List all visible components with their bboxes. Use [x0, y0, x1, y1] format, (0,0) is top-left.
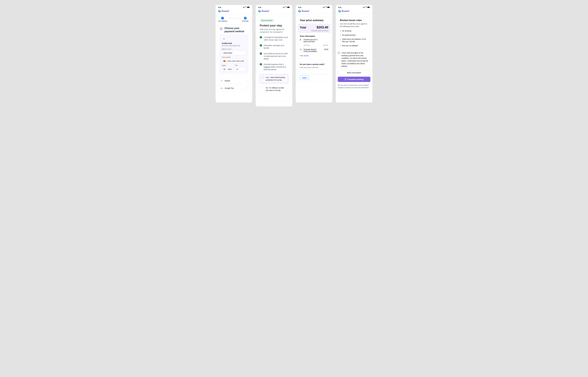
radio-icon — [246, 87, 248, 89]
cellular-icon — [283, 7, 285, 8]
rules-heading: Review house rules — [340, 19, 368, 22]
check-icon: ✓ — [260, 36, 262, 38]
tax-row: 13% Tax $14.04 — [300, 44, 328, 46]
complete-booking-button[interactable]: Complete booking — [338, 77, 370, 82]
svg-rect-2 — [223, 38, 225, 39]
total-amount: $203.40 — [317, 25, 328, 29]
coverage-item: ✓ Up to $150 per person for hotel or mea… — [260, 52, 288, 60]
status-time: 9:41 — [218, 6, 221, 8]
lock-icon — [345, 78, 346, 81]
total-label: Total — [300, 26, 306, 29]
screen-protect: 9:41 🌍 RoamZ Recommended Protect your st… — [256, 5, 292, 106]
expiry-month: 06 — [223, 68, 225, 70]
check-icon: ✓ — [260, 63, 262, 65]
app-header: 🌍 RoamZ — [336, 10, 372, 14]
expiry-input[interactable]: 06 / 2024 — [222, 67, 233, 71]
gpay-icon: GPay — [220, 87, 223, 89]
step-number-icon: 2 — [244, 17, 247, 20]
screen-price: 9:41 🌍 RoamZ Your price summary Total $2… — [296, 5, 332, 103]
rules-list: No smoking No parties/events Quiet hours… — [340, 30, 368, 47]
payment-method-card: Choose your payment method Credit Card E… — [218, 24, 250, 76]
cardnum-label: Card number — [222, 56, 246, 58]
status-icons — [243, 6, 250, 8]
rules-sub: Your host would like you to agree to the… — [340, 23, 368, 28]
rule-item: Pets are not allowed — [342, 45, 368, 47]
includes-text: Includes $14.04 in taxes and fees — [303, 39, 321, 43]
status-icons — [283, 6, 290, 8]
name-value: Olivia Rhye — [223, 52, 232, 54]
status-icons — [363, 6, 370, 8]
payment-heading: Choose your payment method — [225, 26, 248, 33]
check-icon: ✓ — [260, 44, 262, 47]
coverage-item: ✓ Coverage for interruptions up to 100% … — [260, 36, 288, 41]
info-icon: ⓘ — [300, 48, 302, 51]
tax-label: 13% Tax — [303, 44, 310, 46]
cellular-icon — [243, 7, 245, 8]
gpay-label: Google Pay — [225, 87, 234, 89]
house-rules-card: Review house rules Your host would like … — [338, 17, 370, 49]
name-label: Name on card — [222, 48, 246, 50]
check-icon: ✓ — [260, 52, 262, 55]
edit-reservation-button[interactable]: Edit reservation — [338, 70, 370, 75]
agree-checkbox[interactable]: ✓ — [338, 52, 340, 54]
checkbox-icon — [262, 87, 264, 89]
cc-title: Credit Card — [222, 42, 246, 44]
rule-item: No smoking — [342, 30, 368, 32]
step-final[interactable]: 2 Final step — [240, 17, 250, 22]
expiry-separator: / — [226, 68, 227, 70]
recommended-badge: Recommended — [260, 19, 274, 22]
mastercard-icon — [223, 60, 226, 62]
cvv-input[interactable]: ••• — [235, 67, 246, 71]
wifi-icon — [365, 6, 367, 8]
credit-card-panel: Credit Card Enter your card details here… — [220, 35, 248, 74]
status-time: 9:41 — [258, 6, 261, 8]
promo-card: Do you have a promo code? Enter your pro… — [298, 61, 330, 82]
status-time: 9:41 — [338, 6, 341, 8]
protect-option-no[interactable]: No, I'm willing to accept the risks for … — [260, 85, 288, 94]
option-text: No, I'm willing to accept the risks for … — [266, 86, 286, 92]
rule-item: No parties/events — [342, 34, 368, 36]
pay-option-gpay[interactable]: GPay Google Pay — [218, 85, 250, 91]
agree-row[interactable]: ✓ I have read and agree to the booking's… — [338, 51, 370, 70]
protect-option-yes[interactable]: Yes, I want hotel booking protection for… — [260, 74, 288, 83]
security-footnote: We use secure transmission and encrypted… — [338, 84, 370, 89]
price-summary-card: Your price summary Total $203.40 Include… — [298, 17, 330, 59]
cellular-icon — [363, 7, 365, 8]
battery-icon — [327, 7, 330, 8]
screen-payment: 9:41 🌍 RoamZ ✓ Your selection 2 Final st… — [216, 5, 252, 103]
wifi-icon — [285, 6, 287, 8]
total-note: Includes taxes and fees — [300, 30, 328, 32]
pay-option-paypal[interactable]: P Paypal — [218, 78, 250, 84]
status-bar: 9:41 — [256, 5, 292, 10]
protect-sub: Help cover your stay against the unexpec… — [260, 28, 288, 33]
option-text: Yes, I want hotel booking protection for… — [266, 76, 286, 81]
status-bar: 9:41 — [216, 5, 252, 10]
step-label: Final step — [242, 20, 249, 22]
apply-button[interactable]: Apply — [300, 76, 309, 80]
cardnum-input[interactable]: 1234 1234 1234 1234 — [222, 59, 246, 63]
logo-icon: 🌍 — [218, 10, 221, 12]
deposit-label: Damage deposit (Fully refundable) — [303, 48, 320, 52]
expiry-year: 2024 — [228, 68, 232, 70]
credit-card-icon — [222, 37, 226, 41]
hide-details-link[interactable]: Hide details — [300, 55, 309, 57]
promo-input[interactable] — [300, 69, 328, 74]
wifi-icon — [245, 6, 247, 8]
status-icons — [323, 6, 330, 8]
screen-rules: 9:41 🌍 RoamZ Review house rules Your hos… — [336, 5, 372, 103]
radio-icon — [246, 80, 248, 82]
step-label: Your selection — [218, 20, 227, 22]
battery-icon — [367, 7, 370, 8]
promo-label: Enter your promo code here — [300, 67, 328, 68]
name-input[interactable]: Olivia Rhye — [222, 51, 246, 55]
checkbox-icon — [262, 76, 264, 79]
status-time: 9:41 — [298, 6, 301, 8]
paypal-label: Paypal — [225, 80, 230, 82]
coverage-list: ✓ Coverage for interruptions up to 100% … — [260, 36, 288, 71]
step-your-selection[interactable]: ✓ Your selection — [218, 17, 227, 22]
includes-row: $ Includes $14.04 in taxes and fees — [300, 39, 328, 43]
step-done-icon: ✓ — [221, 17, 224, 20]
logo-text: RoamZ — [222, 10, 229, 12]
summary-heading: Your price summary — [300, 19, 328, 24]
total-band: Total $203.40 Includes taxes and fees — [298, 24, 330, 33]
